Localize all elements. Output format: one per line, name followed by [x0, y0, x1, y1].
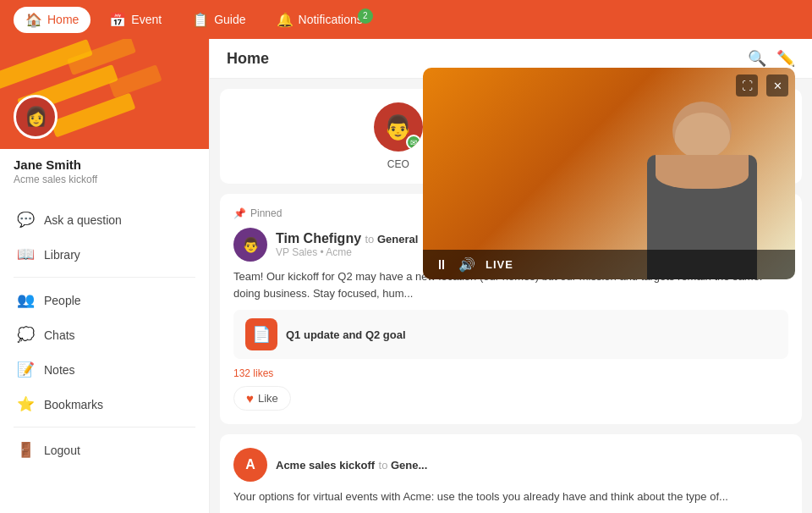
heart-icon: ♥ — [246, 391, 254, 405]
sidebar-item-bookmarks[interactable]: ⭐ Bookmarks — [0, 387, 209, 422]
profile-subtitle: Acme sales kickoff — [14, 174, 195, 185]
sidebar-item-logout[interactable]: 🚪 Logout — [0, 433, 209, 467]
nav-guide-label: Guide — [214, 13, 245, 26]
profile-name: Jane Smith — [14, 157, 195, 172]
sidebar-item-notes[interactable]: 📝 Notes — [0, 352, 209, 387]
guide-icon: 📋 — [192, 12, 209, 28]
like-button[interactable]: ♥ Like — [233, 386, 291, 411]
sidebar-item-logout-label: Logout — [44, 444, 80, 457]
post-author-subtitle: VP Sales • Acme — [276, 246, 418, 258]
minimize-video-button[interactable]: ⛶ — [736, 74, 758, 97]
page-title: Home — [227, 50, 269, 68]
post-likes: 132 likes — [233, 367, 788, 379]
sidebar-item-notes-label: Notes — [44, 363, 75, 377]
question-icon: 💬 — [17, 211, 34, 229]
nav-guide[interactable]: 📋 Guide — [180, 7, 257, 33]
sidebar-item-library[interactable]: 📖 Library — [0, 237, 209, 272]
nav-home[interactable]: 🏠 Home — [14, 7, 91, 33]
nav-home-label: Home — [47, 13, 79, 26]
pin-label: 📌 Pinned — [233, 207, 282, 219]
post-author-avatar: 👨 — [233, 228, 267, 262]
sidebar-item-chats-label: Chats — [44, 328, 75, 342]
people-icon: 👥 — [17, 291, 34, 309]
close-video-button[interactable]: ✕ — [766, 74, 788, 97]
chats-icon: 💭 — [17, 326, 34, 344]
like-label: Like — [258, 392, 278, 405]
sidebar-item-ask[interactable]: 💬 Ask a question — [0, 202, 209, 237]
post-actions: ♥ Like — [233, 386, 788, 411]
acme-post-text: Your options for virtual events with Acm… — [233, 488, 788, 505]
nav-event-label: Event — [131, 13, 162, 26]
post-to-text: to — [365, 233, 377, 245]
speaker-ceo-avatar: 👨 ✉ — [374, 102, 423, 152]
post-author-info: Tim Chefigny to General VP Sales • Acme — [276, 231, 418, 258]
notes-icon: 📝 — [17, 361, 34, 378]
top-nav: 🏠 Home 📅 Event 📋 Guide 🔔 Notifications 2 — [0, 0, 812, 39]
profile-info: Jane Smith Acme sales kickoff — [0, 149, 209, 196]
acme-author-info: Acme sales kickoff to Gene... — [276, 457, 427, 472]
acme-avatar: A — [233, 448, 267, 482]
post-author-name: Tim Chefigny to General — [276, 231, 418, 246]
acme-author-name: Acme sales kickoff to Gene... — [276, 457, 427, 472]
calendar-icon: 📅 — [109, 12, 126, 28]
logout-icon: 🚪 — [17, 441, 34, 459]
library-icon: 📖 — [17, 245, 34, 263]
bookmarks-icon: ⭐ — [17, 395, 34, 413]
notifications-badge: 2 — [358, 8, 373, 24]
search-icon[interactable]: 🔍 — [748, 49, 766, 68]
video-play-button[interactable]: ⏸ — [435, 257, 448, 273]
profile-card: 👩 — [0, 39, 209, 149]
video-volume-button[interactable]: 🔊 — [458, 256, 475, 273]
video-overlay: ⛶ ✕ ⏸ 🔊 LIVE — [423, 68, 795, 279]
sidebar-item-library-label: Library — [44, 248, 80, 262]
profile-avatar-container: 👩 — [14, 95, 58, 139]
sidebar-item-bookmarks-label: Bookmarks — [44, 398, 103, 411]
edit-icon[interactable]: ✏️ — [776, 49, 795, 68]
sidebar-item-chats[interactable]: 💭 Chats — [0, 317, 209, 352]
sidebar-menu: 💬 Ask a question 📖 Library 👥 People 💭 Ch… — [0, 196, 209, 474]
nav-notifications[interactable]: 🔔 Notifications 2 — [265, 7, 375, 33]
speaker-ceo-label: CEO — [387, 158, 409, 170]
home-icon: 🏠 — [25, 12, 42, 28]
header-actions: 🔍 ✏️ — [748, 49, 795, 68]
nav-notifications-label: Notifications — [299, 13, 363, 26]
speaker-ceo[interactable]: 👨 ✉ CEO — [374, 102, 423, 170]
live-badge: LIVE — [486, 258, 513, 271]
attachment-title: Q1 update and Q2 goal — [286, 328, 406, 341]
acme-post-card: A Acme sales kickoff to Gene... Your opt… — [220, 434, 802, 513]
sidebar-divider-2 — [14, 427, 195, 428]
sidebar: 👩 Jane Smith Acme sales kickoff 💬 Ask a … — [0, 39, 210, 513]
post-attachment[interactable]: 📄 Q1 update and Q2 goal — [233, 310, 788, 359]
pin-icon: 📌 — [233, 207, 246, 219]
sidebar-item-ask-label: Ask a question — [44, 213, 122, 227]
video-content — [423, 68, 795, 279]
nav-event[interactable]: 📅 Event — [97, 7, 173, 33]
speaker-ceo-badge: ✉ — [406, 135, 421, 150]
acme-post-author-row: A Acme sales kickoff to Gene... — [233, 448, 788, 482]
sidebar-item-people-label: People — [44, 294, 81, 307]
video-controls-top: ⛶ ✕ — [736, 74, 788, 97]
sidebar-divider-1 — [14, 277, 195, 278]
attachment-icon: 📄 — [245, 318, 277, 350]
sidebar-item-people[interactable]: 👥 People — [0, 283, 209, 317]
video-controls-bottom: ⏸ 🔊 LIVE — [423, 250, 795, 279]
bell-icon: 🔔 — [277, 12, 294, 28]
avatar: 👩 — [14, 95, 58, 139]
